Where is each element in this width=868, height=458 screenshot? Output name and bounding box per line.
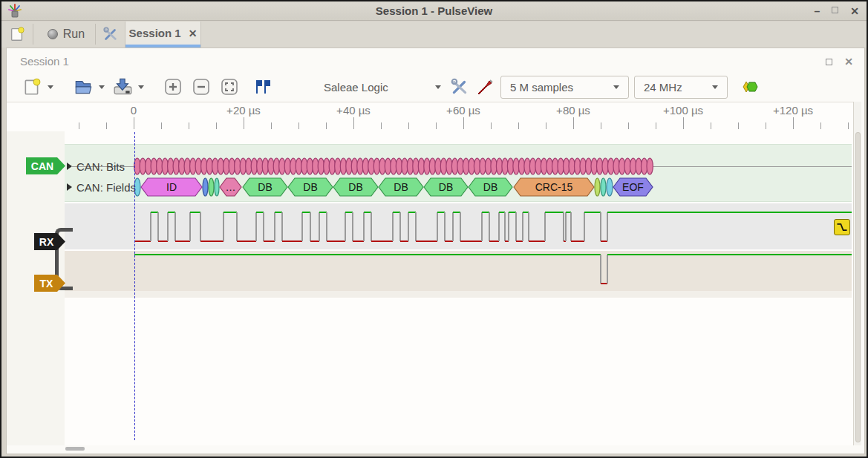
tab-close-icon[interactable]: ✕: [189, 27, 198, 39]
sample-rate-value: 24 MHz: [644, 81, 682, 94]
ruler-tick-label: +20 µs: [226, 104, 261, 117]
ruler-minor-tick: [820, 122, 821, 129]
rx-trigger-badge[interactable]: [834, 219, 850, 235]
ruler-minor-tick: [298, 122, 299, 129]
device-select[interactable]: Saleae Logic: [313, 76, 446, 99]
open-dropdown-arrow[interactable]: [99, 85, 105, 89]
minimize-button[interactable]: –: [814, 4, 820, 19]
run-label: Run: [63, 27, 85, 41]
ruler-major-tick: [463, 117, 464, 129]
ruler-minor-tick: [766, 122, 766, 129]
main-toolbar: Run Session 1 ✕: [1, 22, 867, 48]
settings-wrench-icon: [102, 26, 119, 42]
time-cursor[interactable]: [134, 132, 135, 440]
decoder-row-background: [65, 144, 852, 202]
falling-edge-trigger-icon: [835, 220, 849, 234]
zoom-in-icon: [164, 78, 182, 96]
decoder-row2-label[interactable]: CAN: Fields: [76, 181, 136, 194]
dock-close-button[interactable]: ✕: [844, 56, 853, 68]
probe-button[interactable]: [475, 76, 495, 97]
ruler-minor-tick: [848, 122, 849, 129]
sample-count-value: 5 M samples: [510, 81, 573, 94]
ruler-minor-tick: [271, 122, 272, 129]
close-button[interactable]: ✕: [850, 4, 859, 19]
zoom-fit-button[interactable]: [221, 76, 238, 97]
ruler-minor-tick: [326, 122, 327, 129]
add-decoder-button[interactable]: [740, 76, 760, 97]
ruler-minor-tick: [601, 122, 601, 129]
ruler-tick-label: +40 µs: [336, 104, 371, 117]
tab-session-1[interactable]: Session 1 ✕: [125, 22, 201, 48]
ruler-minor-tick: [408, 122, 409, 129]
ruler-minor-tick: [491, 122, 492, 129]
decoder-row-expand-icon[interactable]: [67, 183, 72, 191]
zoom-in-button[interactable]: [164, 76, 182, 97]
open-button[interactable]: [74, 76, 94, 97]
tx-row-background: [65, 251, 852, 291]
vertical-scrollbar-handle[interactable]: [855, 132, 861, 442]
zoom-fit-icon: [221, 78, 238, 96]
ruler-tick-label: +80 µs: [556, 104, 590, 117]
ruler-minor-tick: [161, 122, 162, 129]
save-icon: [113, 77, 134, 96]
save-button[interactable]: [113, 76, 134, 97]
run-button[interactable]: Run: [40, 24, 92, 45]
vertical-scrollbar[interactable]: [853, 102, 861, 445]
ruler-minor-tick: [738, 122, 739, 129]
ruler-minor-tick: [106, 122, 107, 129]
trigger-markers-button[interactable]: [252, 76, 272, 97]
ruler-minor-tick: [628, 122, 629, 129]
trigger-markers-icon: [252, 77, 272, 96]
sample-count-select[interactable]: 5 M samples: [500, 76, 629, 99]
decoder-bits-baseline: [72, 166, 852, 167]
probe-icon: [475, 77, 495, 96]
sample-rate-arrow: [712, 85, 718, 89]
ruler-minor-tick: [79, 122, 79, 129]
decoder-tag-can[interactable]: CAN: [26, 157, 65, 174]
decoder-row1-label[interactable]: CAN: Bits: [76, 160, 125, 173]
ruler-tick-label: 0: [131, 104, 137, 117]
ruler-major-tick: [683, 117, 684, 129]
new-session-icon: [9, 26, 25, 42]
maximize-button[interactable]: [832, 7, 838, 13]
ruler-minor-tick: [189, 122, 189, 129]
channels-button[interactable]: [450, 76, 469, 97]
titlebar: Session 1 - PulseView – ✕: [1, 1, 867, 21]
device-name: Saleae Logic: [318, 81, 388, 94]
ruler-tick-label: +60 µs: [446, 104, 480, 117]
dock-title: Session 1: [20, 55, 69, 68]
ruler-major-tick: [353, 117, 354, 129]
rx-row-background: [65, 203, 852, 249]
save-dropdown-arrow[interactable]: [138, 85, 144, 89]
pulseview-window: Session 1 - PulseView – ✕ Run: [0, 0, 868, 458]
open-icon: [74, 77, 94, 96]
ruler-minor-tick: [381, 122, 382, 129]
window-title: Session 1 - PulseView: [1, 4, 867, 17]
ruler-major-tick: [573, 117, 574, 129]
new-session-dropdown-arrow[interactable]: [48, 85, 53, 89]
ruler-minor-tick: [656, 122, 656, 129]
ruler-major-tick: [793, 117, 794, 129]
dock-float-button[interactable]: [826, 59, 832, 65]
sample-rate-select[interactable]: 24 MHz: [634, 76, 728, 99]
ruler-minor-tick: [518, 122, 519, 129]
channels-wrench-icon: [450, 77, 469, 96]
new-session-icon: [22, 77, 42, 96]
ruler-minor-tick: [546, 122, 546, 129]
zoom-out-button[interactable]: [192, 76, 210, 97]
tx-row-background-lower: [65, 291, 852, 298]
add-decoder-icon: [740, 77, 760, 96]
new-session-button-2[interactable]: [22, 76, 42, 97]
horizontal-scrollbar-handle[interactable]: [65, 447, 85, 451]
new-session-button[interactable]: [6, 24, 28, 45]
tab-label: Session 1: [129, 27, 181, 39]
device-dropdown-arrow: [435, 85, 441, 89]
settings-button[interactable]: [99, 24, 122, 45]
ruler-minor-tick: [436, 122, 437, 129]
ruler-tick-label: +100 µs: [663, 104, 703, 117]
ruler-minor-tick: [216, 122, 217, 129]
run-state-icon: [48, 29, 58, 39]
ruler-major-tick: [244, 117, 244, 129]
sample-count-arrow: [613, 85, 619, 89]
decoder-row-expand-icon[interactable]: [67, 163, 72, 170]
